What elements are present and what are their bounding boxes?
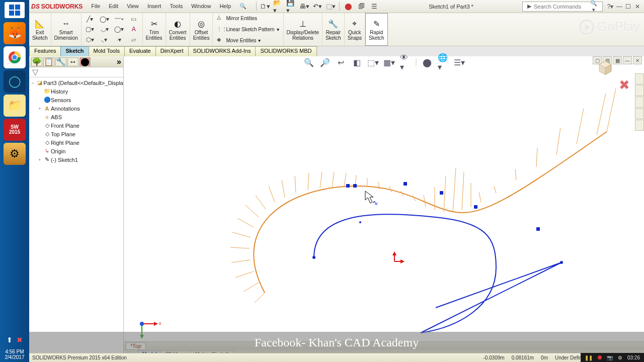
mirror-entities-button[interactable]: ⧊Mirror Entities — [217, 14, 279, 24]
spline-blue[interactable] — [314, 214, 561, 333]
spline-orange[interactable] — [254, 132, 607, 293]
fm-tab-tree-icon[interactable]: 🌳 — [31, 57, 42, 66]
chrome-icon[interactable] — [4, 46, 26, 68]
fillet-tool[interactable]: ◟▾ — [98, 35, 111, 44]
tab-dimxpert[interactable]: DimXpert — [155, 46, 189, 56]
pause-icon[interactable]: ❚❚ — [585, 355, 593, 360]
solidworks-icon[interactable]: SW2015 — [4, 119, 26, 141]
smart-dimension-button[interactable]: ↔ Smart Dimension — [51, 13, 82, 46]
menu-tools[interactable]: Tools — [170, 3, 183, 9]
spline-tool[interactable]: 〰▾ — [113, 15, 126, 24]
exit-sketch-button[interactable]: 📐 Exit Sketch — [29, 13, 51, 46]
point-tool[interactable]: ·▾ — [113, 35, 126, 44]
fm-filter[interactable]: ▽ — [29, 67, 123, 77]
taskbar-tray[interactable]: ⬆✖ — [0, 333, 29, 347]
tray-time: 03:26 — [627, 355, 640, 360]
taskbar-clock[interactable]: 4:56 PM 2/4/2017 — [0, 347, 29, 362]
poly-tool[interactable]: ⬡▾ — [84, 35, 97, 44]
menu-view[interactable]: View — [127, 3, 139, 9]
arc-tool[interactable]: ◡▾ — [98, 25, 111, 34]
circle-tool[interactable]: ◯▾ — [98, 15, 111, 24]
tree-top-plane[interactable]: ◇Top Plane — [36, 130, 123, 138]
svg-line-16 — [244, 283, 259, 292]
command-search[interactable]: ▶ 🔍▾ — [522, 2, 603, 12]
menu-insert[interactable]: Insert — [147, 3, 162, 9]
convert-entities-button[interactable]: ◐ Convert Entities — [166, 13, 190, 46]
minimize-icon[interactable]: — — [615, 2, 624, 11]
search-input[interactable] — [534, 4, 589, 10]
fm-tab-config-icon[interactable]: 🔧 — [55, 57, 66, 66]
firefox-icon[interactable]: 🦊 — [4, 22, 26, 44]
start-button[interactable] — [5, 2, 25, 18]
tree-origin[interactable]: ↳Origin — [36, 147, 123, 155]
command-manager-tabs: Features Sketch Mold Tools Evaluate DimX… — [29, 46, 644, 56]
tab-mold-tools[interactable]: Mold Tools — [89, 46, 125, 56]
tab-features[interactable]: Features — [29, 46, 61, 56]
search-scope-icon[interactable]: ▶ — [525, 3, 534, 10]
search-icon[interactable]: 🔍▾ — [589, 0, 598, 13]
record-icon[interactable] — [598, 355, 602, 359]
menu-window[interactable]: Window — [191, 3, 211, 9]
tab-sketch[interactable]: Sketch — [60, 46, 89, 56]
svg-line-45 — [515, 169, 516, 180]
text-tool[interactable]: A — [127, 25, 140, 34]
options-icon[interactable]: 🗐 — [356, 2, 367, 12]
menu-file[interactable]: File — [91, 3, 100, 9]
svg-line-48 — [577, 109, 584, 144]
trim-entities-button[interactable]: ✂ Trim Entities — [143, 13, 166, 46]
new-icon[interactable]: 🗋▾ — [260, 2, 271, 12]
display-relations-button[interactable]: ⊥ Display/Delete Relations — [284, 13, 323, 46]
tree-root[interactable]: −◪Part3 (Default<<Default>_Displa — [29, 78, 123, 87]
svg-rect-54 — [440, 191, 443, 195]
camera-icon[interactable]: 📷 — [607, 355, 613, 360]
tree-sensors[interactable]: 🔵Sensors — [36, 96, 123, 104]
graphics-area[interactable]: 🔍 🔎 ↩ ◧ ⬚▾ ▦▾ 👁▾ ⬤ 🌐▾ ☰▾ ▢ ▥ ▦ — ✕ ✖ — [124, 56, 644, 362]
assembly-icon[interactable]: ⚙ — [4, 143, 26, 165]
tree-history[interactable]: 📁History — [36, 87, 123, 96]
fm-expand-icon[interactable]: » — [117, 57, 121, 66]
tree-sketch1[interactable]: +✎(-) Sketch1 — [36, 155, 123, 164]
close-icon[interactable]: ✕ — [633, 2, 642, 11]
explorer-icon[interactable]: 📁 — [4, 95, 26, 117]
menu-edit[interactable]: Edit — [109, 3, 118, 9]
slot-tool[interactable]: ▭ — [127, 15, 140, 24]
open-icon[interactable]: 📂▾ — [273, 2, 284, 12]
repair-sketch-button[interactable]: 🔧 Repair Sketch — [323, 13, 345, 46]
select-icon[interactable]: ⬚▾ — [325, 2, 336, 12]
plane-tool[interactable]: ▱ — [127, 35, 140, 44]
tree-front-plane[interactable]: ◇Front Plane — [36, 121, 123, 130]
tree-annotations[interactable]: +AAnnotations — [36, 104, 123, 113]
recording-tray: ❚❚ 📷 ⚙ 03:26 — [581, 353, 644, 362]
line-tool[interactable]: ╱▾ — [84, 15, 97, 24]
move-entities-button[interactable]: ✥Move Entities▾ — [217, 36, 279, 46]
rect-tool[interactable]: ▢▾ — [84, 25, 97, 34]
rapid-sketch-button[interactable]: ✎ Rapid Sketch — [365, 13, 388, 46]
quick-snaps-button[interactable]: ⌖ Quick Snaps — [345, 13, 365, 46]
fm-tab-dim-icon[interactable]: ↔ — [67, 57, 78, 66]
settings-icon[interactable]: ☰ — [369, 2, 380, 12]
svg-line-24 — [269, 186, 275, 202]
settings-tray-icon[interactable]: ⚙ — [618, 355, 622, 360]
print-icon[interactable]: 🖶▾ — [299, 2, 310, 12]
undo-icon[interactable]: ↶▾ — [312, 2, 323, 12]
sketch-entities-group: ╱▾◯▾〰▾▭ ▢▾◡▾◯▾A ⬡▾◟▾·▾▱ — [82, 13, 143, 46]
offset-entities-button[interactable]: ◎ Offset Entities — [190, 13, 213, 46]
linear-pattern-button[interactable]: ⋮⋮Linear Sketch Pattern▾ — [217, 25, 279, 35]
menu-search-icon[interactable]: 🔍 — [239, 3, 247, 9]
help-icon[interactable]: ?▾ — [606, 2, 615, 11]
save-icon[interactable]: 💾▾ — [286, 2, 297, 12]
fm-tab-props-icon[interactable]: 📋 — [43, 57, 54, 66]
mouse-cursor-icon: ∿ — [365, 191, 378, 207]
tab-mbd[interactable]: SOLIDWORKS MBD — [255, 46, 316, 56]
tab-addins[interactable]: SOLIDWORKS Add-Ins — [188, 46, 256, 56]
maximize-icon[interactable]: ☐ — [624, 2, 633, 11]
edge-icon[interactable]: ◯ — [4, 70, 26, 93]
status-edition: SOLIDWORKS Premium 2015 x64 Edition — [32, 355, 127, 360]
tree-right-plane[interactable]: ◇Right Plane — [36, 138, 123, 147]
menu-help[interactable]: Help — [219, 3, 231, 9]
tree-material[interactable]: ≡ABS — [36, 113, 123, 121]
rebuild-icon[interactable]: ⬤ — [343, 2, 354, 12]
tab-evaluate[interactable]: Evaluate — [124, 46, 156, 56]
fm-tab-appear-icon[interactable]: ⬤ — [79, 57, 91, 66]
ellipse-tool[interactable]: ◯▾ — [113, 25, 126, 34]
